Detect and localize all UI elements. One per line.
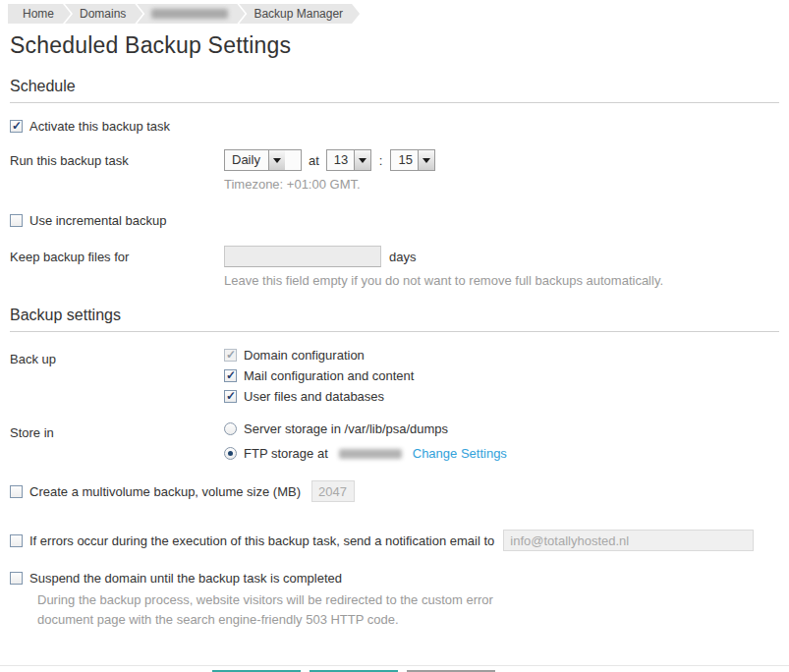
store-in-label: Store in — [10, 421, 224, 461]
minute-select[interactable]: 15 — [390, 149, 435, 171]
activate-backup-task-row: Activate this backup task — [10, 119, 779, 134]
time-separator: : — [379, 153, 383, 168]
breadcrumb-item-label: Home — [23, 7, 54, 21]
chevron-down-icon[interactable] — [418, 150, 434, 170]
change-settings-link[interactable]: Change Settings — [413, 446, 507, 461]
error-notification-label: If errors occur during the execution of … — [29, 533, 494, 548]
scheduled-backup-settings-page: Home Domains Backup Manager Scheduled Ba… — [0, 0, 789, 629]
keep-days-input[interactable] — [224, 246, 381, 267]
store-option-server: Server storage in /var/lib/psa/dumps — [224, 421, 507, 436]
backup-option-user-files: User files and databases — [224, 389, 414, 404]
run-backup-task-label: Run this backup task — [10, 149, 224, 192]
chevron-down-icon[interactable] — [354, 150, 370, 170]
period-select[interactable]: Daily — [224, 149, 302, 171]
error-notification-checkbox[interactable] — [10, 534, 23, 547]
backup-option-mail-configuration: Mail configuration and content — [224, 368, 414, 383]
breadcrumb-item-domain-redacted[interactable] — [137, 4, 245, 24]
multivolume-size-input — [311, 480, 355, 502]
hour-select-value: 13 — [327, 150, 354, 170]
back-up-row: Back up Domain configuration Mail config… — [10, 348, 779, 404]
ftp-storage-label: FTP storage at — [244, 446, 328, 461]
activate-backup-task-label: Activate this backup task — [29, 119, 170, 134]
page-title: Scheduled Backup Settings — [10, 32, 779, 59]
store-in-row: Store in Server storage in /var/lib/psa/… — [10, 421, 779, 461]
timezone-note: Timezone: +01:00 GMT. — [224, 177, 435, 192]
breadcrumb: Home Domains Backup Manager — [8, 4, 779, 24]
back-up-label: Back up — [10, 348, 224, 404]
section-heading-backup-settings: Backup settings — [10, 307, 779, 332]
run-schedule-controls: Daily at 13 : 15 — [224, 149, 435, 171]
breadcrumb-item-label: Domains — [80, 7, 126, 21]
period-select-value: Daily — [225, 150, 268, 170]
store-option-ftp: FTP storage at Change Settings — [224, 446, 507, 461]
breadcrumb-item-domains[interactable]: Domains — [65, 4, 142, 24]
keep-days-hint: Leave this field empty if you do not wan… — [224, 273, 663, 288]
incremental-backup-row: Use incremental backup — [10, 213, 779, 228]
breadcrumb-item-label: Backup Manager — [254, 7, 343, 21]
user-files-checkbox[interactable] — [224, 390, 237, 403]
redacted-ftp-host — [339, 449, 402, 459]
redacted-domain-name — [151, 9, 228, 19]
keep-days-unit: days — [389, 250, 416, 264]
suspend-domain-hint: During the backup process, website visit… — [37, 590, 501, 629]
multivolume-label: Create a multivolume backup, volume size… — [29, 484, 301, 499]
multivolume-checkbox[interactable] — [10, 485, 23, 498]
form-action-buttons: OK Apply Cancel — [0, 666, 789, 672]
section-heading-schedule: Schedule — [10, 78, 779, 103]
suspend-domain-checkbox[interactable] — [10, 572, 23, 585]
domain-configuration-label: Domain configuration — [244, 348, 365, 363]
breadcrumb-item-backup-manager[interactable]: Backup Manager — [239, 4, 360, 24]
notification-email-input — [503, 530, 754, 551]
minute-select-value: 15 — [391, 150, 418, 170]
chevron-down-icon[interactable] — [268, 150, 285, 170]
suspend-domain-row: Suspend the domain until the backup task… — [10, 571, 779, 586]
error-notification-row: If errors occur during the execution of … — [10, 530, 779, 551]
user-files-label: User files and databases — [244, 389, 384, 404]
keep-backup-files-row: Keep backup files for days Leave this fi… — [10, 246, 779, 288]
incremental-backup-label: Use incremental backup — [29, 213, 166, 228]
suspend-domain-label: Suspend the domain until the backup task… — [29, 571, 342, 586]
breadcrumb-item-home[interactable]: Home — [8, 4, 71, 24]
keep-backup-files-label: Keep backup files for — [10, 246, 224, 288]
ftp-storage-radio[interactable] — [224, 447, 237, 460]
multivolume-backup-row: Create a multivolume backup, volume size… — [10, 480, 779, 502]
mail-configuration-label: Mail configuration and content — [244, 368, 414, 383]
activate-backup-task-checkbox[interactable] — [10, 120, 23, 133]
server-storage-label: Server storage in /var/lib/psa/dumps — [244, 421, 448, 436]
hour-select[interactable]: 13 — [326, 149, 371, 171]
server-storage-radio[interactable] — [224, 422, 237, 435]
mail-configuration-checkbox[interactable] — [224, 369, 237, 382]
incremental-backup-checkbox[interactable] — [10, 214, 23, 227]
run-backup-task-row: Run this backup task Daily at 13 : 15 Ti… — [10, 149, 779, 192]
domain-configuration-checkbox — [224, 349, 237, 362]
backup-option-domain-configuration: Domain configuration — [224, 348, 414, 363]
at-label: at — [309, 153, 319, 168]
